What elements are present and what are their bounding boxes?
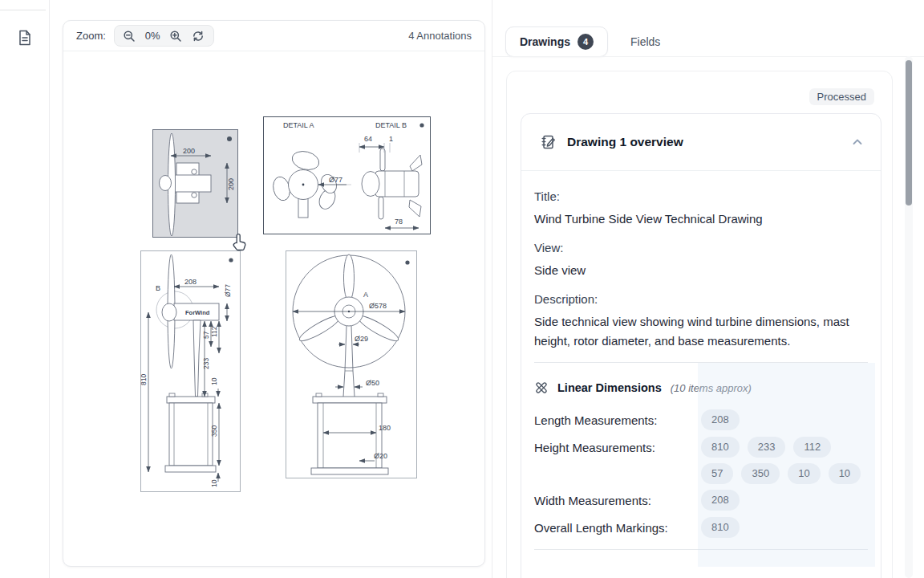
value-chip: 112 (793, 437, 831, 458)
field-view-label: View: (534, 238, 868, 258)
field-title-value: Wind Turbine Side View Technical Drawing (534, 210, 868, 229)
zoom-value: 0% (145, 30, 160, 42)
svg-text:Ø29: Ø29 (355, 335, 368, 343)
linear-dimensions-title: Linear Dimensions (557, 381, 662, 394)
card-title: Drawing 1 overview (567, 135, 683, 149)
results-section: Processed Drawing 1 overview (506, 71, 893, 578)
value-chip: 350 (741, 463, 780, 484)
status-badge: Processed (809, 88, 874, 105)
svg-text:10: 10 (210, 479, 218, 487)
row-label: Overall Length Markings: (534, 517, 701, 539)
notebook-edit-icon (541, 134, 556, 150)
svg-text:A: A (363, 291, 368, 299)
svg-text:Ø50: Ø50 (366, 379, 379, 387)
chevron-up-icon[interactable] (850, 135, 865, 149)
value-chip: 810 (701, 437, 740, 458)
svg-text:Ø20: Ø20 (374, 452, 387, 460)
card-body: Title: Wind Turbine Side View Technical … (521, 171, 881, 550)
field-view-value: Side view (534, 261, 868, 280)
value-chip: 208 (701, 409, 740, 430)
svg-text:B: B (156, 284, 160, 292)
svg-text:ForWind: ForWind (185, 309, 210, 316)
svg-text:Ø77: Ø77 (224, 284, 232, 297)
value-chip: 57 (701, 463, 733, 484)
drawing-top-view[interactable]: 200 200 (152, 129, 238, 238)
measurement-row-length: Length Measurements: 208 (534, 409, 868, 431)
drawing-details[interactable]: DETAIL A DETAIL B Ø77 (263, 116, 431, 234)
svg-text:10: 10 (210, 377, 218, 385)
row-label: Height Measurements: (534, 437, 701, 458)
card-header[interactable]: Drawing 1 overview (521, 114, 881, 171)
annotations-count: 4 Annotations (408, 30, 472, 42)
sidebar-divider (0, 10, 46, 10)
value-chip: 208 (701, 490, 740, 511)
drawing-front-view[interactable]: A Ø578 Ø29 Ø50 (286, 250, 417, 478)
linear-dimensions-section: Linear Dimensions (10 items approx) Leng… (534, 362, 868, 550)
svg-text:350: 350 (210, 425, 218, 437)
linear-dimensions-count: (10 items approx) (671, 382, 752, 394)
drawing-canvas[interactable]: 200 200 DETAIL A DETAIL B (63, 51, 484, 566)
tab-bar: Drawings 4 Fields (505, 26, 671, 57)
value-chip: 10 (829, 463, 861, 484)
svg-text:208: 208 (184, 278, 197, 286)
svg-text:DETAIL B: DETAIL B (375, 121, 407, 129)
zoom-label: Zoom: (76, 30, 106, 42)
svg-text:DETAIL A: DETAIL A (283, 121, 314, 129)
svg-text:64: 64 (364, 135, 372, 143)
scrollbar-thumb[interactable] (906, 60, 912, 206)
annotation-dot (419, 123, 424, 127)
section-divider (534, 549, 868, 550)
svg-text:112: 112 (210, 326, 218, 337)
drawing-viewer-panel: Zoom: 0% (63, 20, 485, 567)
svg-text:180: 180 (379, 424, 391, 432)
tab-drawings[interactable]: Drawings 4 (505, 26, 608, 57)
svg-text:200: 200 (227, 178, 235, 190)
measurement-row-overall: Overall Length Markings: 810 (534, 517, 868, 539)
measurement-row-width: Width Measurements: 208 (534, 490, 868, 511)
svg-text:57: 57 (202, 331, 210, 339)
field-title-label: Title: (534, 187, 868, 206)
viewer-toolbar: Zoom: 0% (63, 21, 484, 51)
value-chip: 810 (701, 517, 740, 538)
field-description-label: Description: (534, 290, 868, 309)
row-label: Width Measurements: (534, 490, 701, 511)
annotation-dot (229, 258, 233, 262)
right-panel: Drawings 4 Fields Processed Drawing 1 ov… (492, 0, 924, 578)
svg-text:Ø578: Ø578 (369, 302, 387, 310)
reset-zoom-icon[interactable] (192, 29, 205, 43)
tab-fields[interactable]: Fields (619, 35, 671, 48)
linear-dimensions-header: Linear Dimensions (10 items approx) (534, 381, 868, 395)
tab-bar-divider (492, 56, 924, 57)
svg-text:Ø77: Ø77 (329, 176, 342, 184)
drawing-overview-card: Drawing 1 overview Title: Wind Turbine S… (521, 113, 881, 578)
document-icon[interactable] (17, 29, 33, 47)
svg-text:78: 78 (395, 218, 403, 226)
tab-drawings-badge: 4 (578, 34, 594, 50)
zoom-controls: 0% (114, 25, 214, 47)
measurement-row-height: Height Measurements: 810 233 112 57 350 … (534, 437, 868, 484)
zoom-out-icon[interactable] (123, 29, 136, 43)
svg-text:1: 1 (389, 135, 393, 143)
svg-text:810: 810 (140, 374, 148, 385)
svg-text:233: 233 (202, 358, 210, 369)
left-sidebar (0, 0, 50, 578)
drawing-side-view[interactable]: B ForWind 208 Ø77 112 (140, 250, 241, 492)
ruler-pencil-icon (534, 381, 549, 395)
svg-text:200: 200 (183, 147, 195, 155)
value-chip: 10 (788, 463, 820, 484)
value-chip: 233 (748, 437, 786, 458)
zoom-in-icon[interactable] (169, 29, 183, 43)
tab-drawings-label: Drawings (520, 35, 570, 48)
annotation-dot (227, 136, 232, 141)
row-label: Length Measurements: (534, 409, 701, 431)
field-description-value: Side technical view showing wind turbine… (534, 312, 868, 351)
annotation-dot (405, 260, 409, 264)
